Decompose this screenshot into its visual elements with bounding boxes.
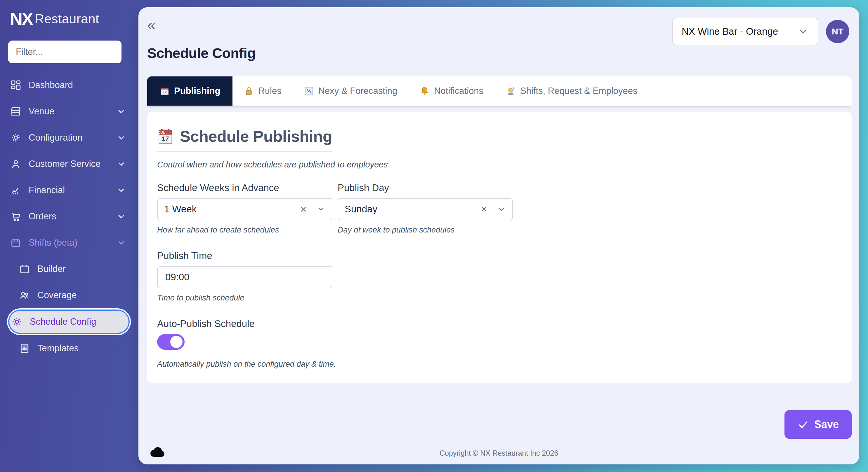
clear-icon[interactable] bbox=[299, 205, 308, 213]
cart-icon bbox=[10, 211, 22, 222]
sidebar-item-schedule-config[interactable]: Schedule Config bbox=[8, 309, 130, 334]
auto-publish-toggle[interactable] bbox=[157, 334, 185, 350]
calendar-icon bbox=[19, 263, 30, 275]
person-icon bbox=[10, 158, 22, 170]
gear-icon bbox=[10, 132, 22, 143]
sidebar-item-customer-service[interactable]: Customer Service bbox=[8, 151, 130, 177]
main-panel: « NX Wine Bar - Orange NT Schedule Confi… bbox=[138, 7, 859, 464]
publish-time-input[interactable] bbox=[157, 266, 332, 288]
collapse-sidebar-button[interactable]: « bbox=[147, 19, 165, 32]
weeks-in-advance-label: Schedule Weeks in Advance bbox=[157, 182, 332, 193]
sidebar-item-label: Financial bbox=[29, 185, 116, 196]
toggle-knob bbox=[170, 336, 183, 348]
avatar-initials: NT bbox=[832, 27, 843, 36]
person-raising-hand-icon bbox=[505, 86, 516, 96]
publish-day-select[interactable]: Sunday bbox=[338, 198, 513, 220]
sidebar-item-label: Customer Service bbox=[29, 159, 116, 169]
sidebar-item-configuration[interactable]: Configuration bbox=[8, 125, 130, 151]
tab-nexy-forecasting[interactable]: Nexy & Forecasting bbox=[292, 76, 409, 106]
sidebar-item-coverage[interactable]: Coverage bbox=[8, 282, 130, 308]
tab-label: Publishing bbox=[174, 86, 220, 96]
sidebar-item-orders[interactable]: Orders bbox=[8, 203, 130, 230]
sidebar-item-label: Orders bbox=[29, 211, 116, 222]
sidebar-item-label: Templates bbox=[37, 343, 128, 353]
clear-icon[interactable] bbox=[479, 205, 488, 213]
publishing-form-row: Schedule Weeks in Advance 1 Week How far… bbox=[157, 182, 839, 235]
dashboard-icon bbox=[10, 79, 22, 91]
svg-text:17: 17 bbox=[162, 135, 169, 142]
calendar-jul17-icon: JUL17 bbox=[157, 127, 174, 145]
auto-publish-label: Auto-Publish Schedule bbox=[157, 318, 839, 329]
weeks-in-advance-field: Schedule Weeks in Advance 1 Week How far… bbox=[157, 182, 332, 235]
tab-shifts-request-employees[interactable]: Shifts, Request & Employees bbox=[494, 76, 648, 106]
svg-text:17: 17 bbox=[163, 90, 167, 94]
sidebar-item-builder[interactable]: Builder bbox=[8, 256, 130, 282]
svg-text:JUL: JUL bbox=[159, 131, 165, 134]
tab-bar: 17 Publishing Rules Nexy & Forecasting N… bbox=[147, 76, 851, 106]
chevron-down-icon[interactable] bbox=[317, 205, 326, 213]
publish-day-field: Publish Day Sunday Day of week to publis… bbox=[338, 182, 513, 235]
page-title: Schedule Config bbox=[147, 45, 851, 61]
gear-icon bbox=[11, 316, 23, 328]
chevron-down-icon bbox=[116, 106, 126, 116]
sidebar-item-label: Venue bbox=[29, 106, 116, 117]
section-subtitle: Control when and how schedules are publi… bbox=[157, 160, 839, 169]
tab-label: Nexy & Forecasting bbox=[318, 86, 398, 96]
chart-icon bbox=[10, 184, 22, 196]
sidebar-item-venue[interactable]: Venue bbox=[8, 98, 130, 125]
sidebar-item-label: Schedule Config bbox=[30, 316, 127, 327]
calendar-tab-icon: 17 bbox=[159, 86, 170, 96]
avatar[interactable]: NT bbox=[826, 20, 849, 43]
tab-rules[interactable]: Rules bbox=[232, 76, 292, 106]
publish-time-label: Publish Time bbox=[157, 250, 839, 261]
tab-publishing[interactable]: 17 Publishing bbox=[147, 76, 232, 106]
sidebar-item-label: Configuration bbox=[29, 132, 116, 143]
chevron-down-icon[interactable] bbox=[497, 205, 506, 213]
publish-time-field: Publish Time Time to publish schedule bbox=[157, 250, 839, 303]
sidebar-item-label: Builder bbox=[37, 264, 128, 274]
chevron-down-icon bbox=[116, 238, 126, 248]
publish-day-label: Publish Day bbox=[338, 182, 513, 193]
sidebar-item-label: Dashboard bbox=[29, 80, 128, 91]
check-icon bbox=[797, 418, 809, 430]
auto-publish-helper: Automatically publish on the configured … bbox=[157, 360, 839, 369]
topbar-right: NX Wine Bar - Orange NT bbox=[672, 18, 849, 45]
sidebar-item-templates[interactable]: Templates bbox=[8, 335, 130, 362]
publish-day-helper: Day of week to publish schedules bbox=[338, 226, 513, 235]
publish-time-helper: Time to publish schedule bbox=[157, 294, 839, 303]
bell-icon bbox=[420, 86, 430, 96]
venue-selector[interactable]: NX Wine Bar - Orange bbox=[672, 18, 818, 45]
save-button-label: Save bbox=[814, 418, 839, 431]
logo-product-name: Restaurant bbox=[35, 12, 99, 26]
filter-input[interactable] bbox=[8, 40, 122, 63]
lock-icon bbox=[244, 86, 254, 96]
venue-selector-value: NX Wine Bar - Orange bbox=[682, 26, 778, 37]
tab-notifications[interactable]: Notifications bbox=[408, 76, 494, 106]
logo-nx-mark: NX bbox=[10, 9, 32, 29]
people-icon bbox=[19, 290, 30, 301]
footer-copyright: Copyright © NX Restaurant Inc 2026 bbox=[138, 449, 859, 458]
chevron-down-icon bbox=[116, 159, 126, 169]
weeks-in-advance-select[interactable]: 1 Week bbox=[157, 198, 332, 220]
section-header: JUL17 Schedule Publishing bbox=[157, 127, 332, 152]
sidebar: NX Restaurant Dashboard Venue Configurat… bbox=[0, 0, 138, 472]
chevron-down-icon bbox=[116, 133, 126, 143]
save-button[interactable]: Save bbox=[784, 410, 851, 439]
storefront-icon bbox=[10, 106, 22, 117]
weeks-in-advance-value: 1 Week bbox=[164, 204, 196, 215]
card-divider bbox=[157, 386, 839, 386]
tab-label: Rules bbox=[258, 86, 281, 96]
sidebar-item-label: Coverage bbox=[37, 290, 128, 300]
sidebar-item-dashboard[interactable]: Dashboard bbox=[8, 72, 130, 98]
schedule-publishing-card: JUL17 Schedule Publishing Control when a… bbox=[147, 112, 851, 383]
app-logo: NX Restaurant bbox=[8, 9, 130, 29]
section-title: Schedule Publishing bbox=[180, 127, 332, 145]
tab-label: Notifications bbox=[434, 86, 483, 96]
chevron-down-icon bbox=[797, 26, 809, 37]
template-icon bbox=[19, 342, 30, 354]
sidebar-nav: Dashboard Venue Configuration Cust bbox=[8, 72, 130, 362]
publish-day-value: Sunday bbox=[345, 204, 377, 215]
sidebar-item-financial[interactable]: Financial bbox=[8, 177, 130, 203]
sidebar-item-label: Shifts (beta) bbox=[29, 237, 116, 248]
sidebar-item-shifts-beta[interactable]: Shifts (beta) bbox=[8, 230, 130, 256]
